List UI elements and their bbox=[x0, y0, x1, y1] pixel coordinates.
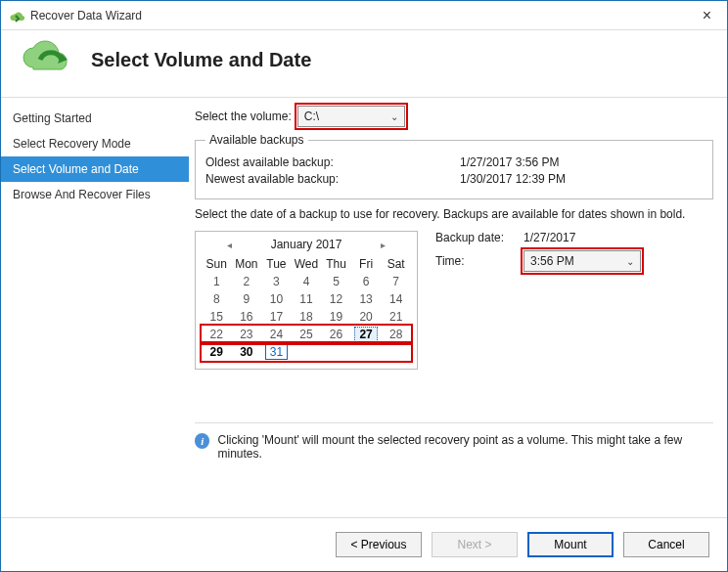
calendar-day[interactable]: 7 bbox=[381, 273, 411, 290]
time-dropdown[interactable]: 3:56 PM ⌄ bbox=[523, 250, 641, 272]
previous-button[interactable]: < Previous bbox=[336, 532, 422, 557]
calendar-dow: Sun bbox=[202, 255, 232, 273]
newest-label: Newest available backup: bbox=[205, 172, 460, 186]
volume-dropdown[interactable]: C:\ ⌄ bbox=[297, 106, 405, 127]
calendar-day[interactable]: 26 bbox=[321, 326, 351, 343]
info-text: Clicking 'Mount' will mount the selected… bbox=[217, 433, 713, 461]
calendar-day[interactable]: 15 bbox=[202, 308, 232, 326]
time-label: Time: bbox=[435, 254, 523, 268]
calendar-day[interactable]: 20 bbox=[351, 308, 382, 326]
calendar-day[interactable]: 23 bbox=[232, 326, 262, 343]
close-icon[interactable]: × bbox=[695, 5, 719, 26]
sidebar-item-getting-started[interactable]: Getting Started bbox=[1, 106, 189, 131]
calendar-dow: Tue bbox=[261, 255, 292, 273]
app-icon bbox=[9, 8, 24, 23]
calendar-day[interactable]: 6 bbox=[351, 273, 382, 290]
calendar-day[interactable]: 2 bbox=[232, 273, 262, 290]
calendar-dow: Mon bbox=[232, 255, 262, 273]
calendar-day[interactable]: 24 bbox=[261, 326, 292, 343]
header: Select Volume and Date bbox=[1, 30, 727, 98]
instruction-text: Select the date of a backup to use for r… bbox=[195, 207, 713, 221]
calendar-day[interactable]: 12 bbox=[321, 290, 351, 308]
backup-date-value: 1/27/2017 bbox=[523, 231, 575, 244]
calendar-day[interactable]: 5 bbox=[321, 273, 351, 290]
calendar-day[interactable]: 4 bbox=[292, 273, 322, 290]
time-value: 3:56 PM bbox=[530, 254, 574, 268]
calendar-day[interactable]: 31 bbox=[261, 343, 292, 361]
info-icon: i bbox=[195, 433, 209, 449]
calendar-day[interactable]: 9 bbox=[232, 290, 262, 308]
calendar-day[interactable]: 14 bbox=[381, 290, 411, 308]
calendar-day[interactable]: 17 bbox=[261, 308, 292, 326]
calendar-day[interactable]: 11 bbox=[292, 290, 322, 308]
calendar-day[interactable]: 22 bbox=[202, 326, 232, 343]
calendar-dow: Fri bbox=[351, 255, 382, 273]
titlebar: Recover Data Wizard × bbox=[1, 1, 727, 30]
calendar-day[interactable]: 16 bbox=[232, 308, 262, 326]
button-bar: < Previous Next > Mount Cancel bbox=[1, 517, 727, 571]
calendar-dow: Wed bbox=[292, 255, 322, 273]
wizard-steps-sidebar: Getting Started Select Recovery Mode Sel… bbox=[1, 98, 189, 517]
calendar-day[interactable]: 25 bbox=[292, 326, 322, 343]
backup-date-label: Backup date: bbox=[435, 231, 523, 244]
calendar-day[interactable]: 29 bbox=[202, 343, 232, 361]
available-backups-group: Available backups Oldest available backu… bbox=[195, 133, 713, 199]
sidebar-item-volume-date[interactable]: Select Volume and Date bbox=[1, 156, 189, 182]
calendar[interactable]: ◂ January 2017 ▸ SunMonTueWedThuFriSat 1… bbox=[195, 231, 418, 370]
cancel-button[interactable]: Cancel bbox=[623, 532, 709, 557]
window-title: Recover Data Wizard bbox=[30, 9, 142, 22]
calendar-day[interactable]: 30 bbox=[232, 343, 262, 361]
calendar-dow: Sat bbox=[381, 255, 411, 273]
page-title: Select Volume and Date bbox=[91, 49, 311, 71]
next-button: Next > bbox=[432, 532, 518, 557]
calendar-day[interactable]: 13 bbox=[351, 290, 382, 308]
backup-meta: Backup date: 1/27/2017 Time: 3:56 PM ⌄ bbox=[435, 231, 713, 278]
oldest-value: 1/27/2017 3:56 PM bbox=[460, 155, 559, 169]
oldest-label: Oldest available backup: bbox=[205, 155, 460, 169]
chevron-down-icon: ⌄ bbox=[390, 111, 398, 122]
calendar-day bbox=[321, 343, 351, 361]
chevron-down-icon: ⌄ bbox=[626, 256, 634, 267]
calendar-day[interactable]: 8 bbox=[202, 290, 232, 308]
newest-value: 1/30/2017 12:39 PM bbox=[460, 172, 566, 186]
main-panel: Select the volume: C:\ ⌄ Available backu… bbox=[189, 98, 727, 517]
volume-value: C:\ bbox=[304, 110, 319, 123]
calendar-day bbox=[292, 343, 322, 361]
calendar-day[interactable]: 28 bbox=[381, 326, 411, 343]
calendar-grid: SunMonTueWedThuFriSat 123456789101112131… bbox=[202, 255, 411, 361]
calendar-day[interactable]: 19 bbox=[321, 308, 351, 326]
calendar-day bbox=[351, 343, 382, 361]
calendar-day[interactable]: 1 bbox=[202, 273, 232, 290]
volume-label: Select the volume: bbox=[195, 110, 292, 123]
calendar-dow: Thu bbox=[321, 255, 351, 273]
sidebar-item-recovery-mode[interactable]: Select Recovery Mode bbox=[1, 131, 189, 156]
next-month-icon[interactable]: ▸ bbox=[381, 240, 386, 250]
calendar-day[interactable]: 10 bbox=[261, 290, 292, 308]
wizard-window: Recover Data Wizard × Select Volume and … bbox=[0, 0, 728, 572]
sidebar-item-browse-recover[interactable]: Browse And Recover Files bbox=[1, 182, 189, 207]
mount-button[interactable]: Mount bbox=[527, 532, 614, 557]
calendar-day[interactable]: 18 bbox=[292, 308, 322, 326]
calendar-day[interactable]: 3 bbox=[261, 273, 292, 290]
calendar-day bbox=[381, 343, 411, 361]
calendar-day[interactable]: 27 bbox=[351, 326, 382, 343]
prev-month-icon[interactable]: ◂ bbox=[227, 240, 232, 250]
calendar-month-label: January 2017 bbox=[271, 238, 342, 251]
info-bar: i Clicking 'Mount' will mount the select… bbox=[195, 422, 713, 461]
cloud-restore-icon bbox=[19, 40, 77, 79]
calendar-day[interactable]: 21 bbox=[381, 308, 411, 326]
available-legend: Available backups bbox=[205, 133, 308, 147]
